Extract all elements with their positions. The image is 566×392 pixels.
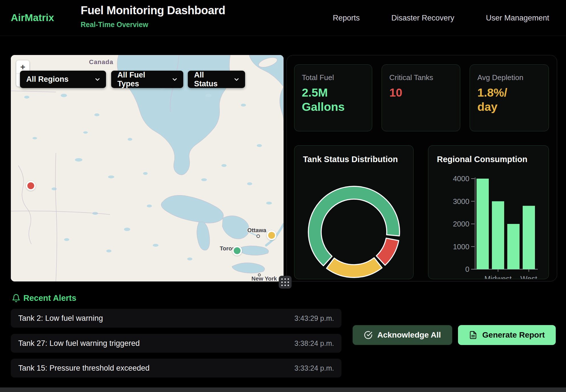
stat-label: Critical Tanks (389, 73, 453, 82)
chevron-down-icon (233, 76, 240, 83)
fuel-monitoring-dashboard: AirMatrix Fuel Monitoring Dashboard Real… (0, 0, 566, 392)
chart-card-tank-status: Tank Status Distribution (294, 145, 414, 279)
metrics-panel: Total Fuel 2.5M Gallons Critical Tanks 1… (286, 55, 557, 281)
stat-value-critical-tanks: 10 (389, 85, 453, 100)
bell-icon (12, 294, 21, 303)
alerts-heading: Recent Alerts (23, 293, 76, 303)
stat-value-avg-depletion: 1.8%/ day (477, 85, 541, 114)
alert-list-item: Tank 15: Pressure threshold exceeded 3:3… (11, 359, 341, 377)
chevron-down-icon (94, 76, 101, 83)
city-label-ottawa: Ottawa (247, 227, 267, 233)
header: AirMatrix Fuel Monitoring Dashboard Real… (0, 0, 566, 36)
donut-chart (294, 146, 413, 279)
region-filter-dropdown[interactable]: All Regions (20, 71, 106, 88)
alert-list-item: Tank 2: Low fuel warning 3:43:29 p.m. (11, 309, 341, 328)
map-marker-normal[interactable] (232, 246, 242, 256)
acknowledge-all-label: Acknowledge All (377, 330, 441, 340)
y-tick-label: 1000 (453, 242, 469, 251)
donut-segment-warning (327, 258, 382, 277)
drag-handle[interactable] (279, 276, 292, 289)
chart-card-regional-consumption: Regional Consumption 01000200030004000Mi… (428, 145, 549, 279)
alert-timestamp: 3:43:29 p.m. (294, 314, 334, 322)
map-marker-critical[interactable] (26, 181, 36, 191)
file-text-icon (469, 331, 477, 339)
alert-text: Tank 2: Low fuel warning (18, 314, 103, 323)
stat-card-critical-tanks: Critical Tanks 10 (382, 64, 460, 131)
nav-item-user-management[interactable]: User Management (486, 14, 549, 23)
stat-value-total-fuel: 2.5M Gallons (302, 85, 365, 114)
alert-text: Tank 15: Pressure threshold exceeded (18, 364, 150, 373)
alert-timestamp: 3:33:24 p.m. (294, 364, 334, 372)
status-filter-dropdown[interactable]: All Status (188, 71, 245, 88)
city-label-new-york: New York (251, 275, 277, 281)
country-label-canada: Canada (89, 58, 113, 66)
fuel-type-filter-label: All Fuel Types (117, 71, 166, 88)
map-panel: Canada Ottawa Toronto New York + − All R… (11, 55, 284, 281)
x-tick-label: West (520, 274, 538, 279)
chevron-down-icon (171, 76, 178, 83)
city-dot-new-york (258, 274, 260, 276)
y-tick-label: 2000 (453, 220, 469, 228)
donut-segment-critical (376, 238, 399, 265)
bar (523, 206, 535, 269)
status-filter-label: All Status (194, 71, 228, 88)
map-canvas[interactable]: Canada Ottawa Toronto New York (11, 55, 284, 281)
region-filter-label: All Regions (26, 75, 69, 84)
generate-report-button[interactable]: Generate Report (458, 325, 556, 345)
nav-item-reports[interactable]: Reports (333, 14, 360, 23)
alert-text: Tank 27: Low fuel warning triggered (18, 339, 140, 348)
acknowledge-all-button[interactable]: Acknowledge All (353, 325, 452, 345)
page-subtitle: Real-Time Overview (81, 21, 148, 29)
bottom-strip (0, 387, 566, 392)
bar (492, 201, 504, 270)
page-title: Fuel Monitoring Dashboard (81, 4, 225, 17)
city-dot-ottawa (257, 235, 260, 238)
y-tick-label: 4000 (453, 174, 469, 183)
check-circle-icon (364, 331, 372, 339)
bar (507, 224, 520, 269)
fuel-type-filter-dropdown[interactable]: All Fuel Types (111, 71, 183, 88)
stat-card-avg-depletion: Avg Depletion 1.8%/ day (470, 64, 549, 131)
bar (477, 179, 489, 269)
brand-logo[interactable]: AirMatrix (11, 12, 54, 23)
y-tick-label: 0 (465, 265, 469, 273)
nav-item-disaster-recovery[interactable]: Disaster Recovery (391, 14, 454, 23)
alert-timestamp: 3:38:24 p.m. (294, 339, 334, 348)
stat-label: Total Fuel (302, 73, 365, 82)
stat-label: Avg Depletion (477, 73, 541, 82)
bar-chart: 01000200030004000MidwestWest (428, 146, 549, 279)
map-marker-warning[interactable] (267, 230, 276, 240)
main-nav: Reports Disaster Recovery User Managemen… (333, 0, 549, 36)
stat-card-total-fuel: Total Fuel 2.5M Gallons (294, 64, 372, 131)
x-tick-label: Midwest (484, 274, 512, 279)
alert-list-item: Tank 27: Low fuel warning triggered 3:38… (11, 334, 341, 353)
y-tick-label: 3000 (453, 197, 469, 206)
generate-report-label: Generate Report (482, 330, 545, 340)
